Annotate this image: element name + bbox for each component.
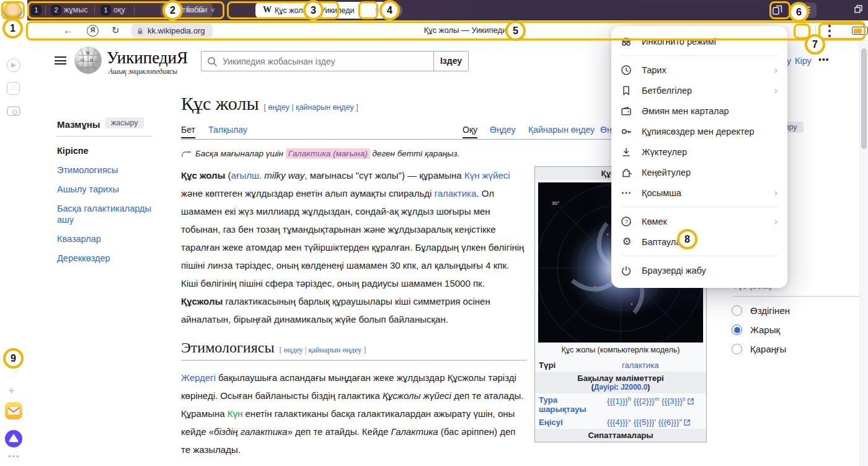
infobox-label-link[interactable]: Тура шарықтауы	[539, 395, 598, 414]
svg-text:30°: 30°	[552, 200, 559, 206]
wiki-tagline: Ашық энциклопедиясы	[108, 68, 177, 75]
search-button[interactable]: Іздеу	[433, 52, 468, 71]
toc-item[interactable]: Этимологиясы	[57, 164, 175, 176]
wiki-menu-icon[interactable]	[55, 56, 66, 65]
chevron-right-icon: ›	[774, 65, 777, 76]
tab-group-count: 1	[164, 5, 175, 16]
toc-item[interactable]: Ашылу тарихы	[57, 184, 175, 195]
group-separator	[94, 6, 95, 15]
toc-item[interactable]: Квазарлар	[57, 233, 175, 244]
reload-icon[interactable]: ↻	[112, 25, 120, 36]
epoch-line[interactable]: (Дәуірі: J2000.0)	[538, 383, 704, 392]
address-bar-page-title[interactable]: Құс жолы — Уикипедия	[325, 25, 610, 35]
toc-hide-button[interactable]: жасыру	[105, 117, 144, 128]
chevron-right-icon: ›	[774, 216, 777, 227]
menu-item-incognito[interactable]: Инкогнито режимі	[611, 31, 787, 52]
tab-talk[interactable]: Талқылау	[208, 125, 247, 135]
radio-option[interactable]: Өздігінен	[718, 305, 861, 316]
tab-group-count[interactable]: 2	[51, 5, 61, 16]
infobox-value-link[interactable]: галактика	[598, 361, 702, 370]
page-scrollbar[interactable]	[859, 41, 868, 466]
radio-option[interactable]: Қараңғы	[718, 344, 861, 355]
restore-window-icon[interactable]	[853, 4, 864, 14]
tab-strip: 1 2 жұмыс 1 оқу 1 отбасы хобби ˅ W Құс ж…	[27, 0, 868, 20]
sidebar-more-icon[interactable]: •••	[8, 452, 20, 461]
chevron-down-icon[interactable]: ˅	[211, 6, 215, 14]
toc-item[interactable]: Дереккөздер	[57, 253, 175, 264]
tab-read[interactable]: Оқу	[463, 125, 477, 138]
menu-item-downloads[interactable]: Жүктеулер	[611, 141, 787, 162]
menu-item-history[interactable]: Тарих›	[611, 60, 787, 80]
tab-counter-badge[interactable]: 7	[7, 82, 20, 95]
wikipedia-globe-logo[interactable]: W Ω И	[73, 45, 103, 75]
tab-page[interactable]: Бет	[181, 125, 195, 138]
alice-assistant-icon[interactable]	[5, 430, 22, 447]
title-edit-links[interactable]: [ өңдеу | қайнарын өңдеу ]	[264, 103, 358, 112]
side-panel-icon[interactable]	[771, 4, 784, 16]
incognito-mask-icon	[620, 35, 634, 48]
menu-item-extensions[interactable]: Кеңейтулер	[611, 162, 787, 182]
active-tab[interactable]: W Құс жолы — Уикипедия ×	[255, 2, 387, 19]
tab-group-label[interactable]: хобби	[186, 6, 207, 14]
section-edit-links[interactable]: [ өңдеу | қайнарын өңдеу ]	[280, 346, 366, 354]
tab-group-label[interactable]: жұмыс	[64, 6, 87, 14]
toc-item[interactable]: Кіріспе	[57, 145, 175, 156]
menu-item-close-browser[interactable]: Браузерді жабу	[611, 260, 787, 280]
profile-avatar[interactable]	[3, 1, 22, 20]
external-link-icon[interactable]	[684, 419, 690, 426]
dec-value[interactable]: {{{4}}}° {{{5}}}' {{{6}}}"	[607, 418, 682, 427]
tab-group-count[interactable]: 1	[31, 5, 42, 16]
radio-icon[interactable]	[732, 344, 742, 354]
battery-saver-icon[interactable]	[852, 27, 868, 35]
yandex-home-icon[interactable]: Я	[87, 25, 99, 37]
article: Құс жолы[ өңдеу | қайнарын өңдеу ] Бет Т…	[181, 93, 527, 466]
menu-item-settings[interactable]: ⚙ Баптаулар	[611, 231, 787, 252]
radio-option[interactable]: Жарық	[718, 325, 861, 336]
radio-icon[interactable]	[732, 305, 742, 316]
tab-group-label[interactable]: оқу	[113, 6, 125, 14]
wiki-search-box[interactable]: Уикипедия жобасынан іздеу Іздеу	[201, 51, 469, 71]
screenshot-icon[interactable]	[7, 105, 20, 117]
browser-menu-button[interactable]: ☰	[798, 2, 817, 18]
infobox-caption: Құс жолы (компьютерлік модель)	[535, 343, 706, 359]
scrollbar-thumb[interactable]	[861, 48, 867, 149]
wiki-wordmark[interactable]: УикипедиЯ	[107, 48, 188, 68]
tab-group-count[interactable]: 1	[100, 5, 111, 16]
toc-item[interactable]: Басқа галактикаларды ашу	[57, 203, 162, 225]
menu-item-bookmarks[interactable]: Бетбелгілер›	[611, 80, 787, 101]
ellipsis-icon	[620, 187, 634, 199]
wiki-more-icon[interactable]: •••	[818, 55, 830, 65]
menu-item-passwords[interactable]: Құпиясөздер мен деректер	[611, 121, 787, 141]
hatnote-text[interactable]: Басқа мағыналар үшін Галактика (мағына) …	[195, 148, 459, 159]
ra-value[interactable]: {{{1}}}h {{{2}}}m {{{3}}}s	[607, 397, 686, 406]
yandex-mail-icon[interactable]	[5, 402, 22, 419]
browser-menu: Инкогнито режимі Тарих› Бетбелгілер› Әми…	[611, 26, 787, 288]
toolbar-separator	[815, 25, 816, 36]
paragraph-1: Құс жолы (ағылш. milky way, мағынасы "сү…	[181, 166, 527, 328]
browser-sidebar: ▶ 7 + •••	[0, 0, 27, 466]
help-icon: ?	[620, 215, 634, 228]
tab-close-icon[interactable]: ×	[374, 6, 379, 15]
new-tab-button[interactable]: +	[389, 4, 402, 17]
menu-item-wallet[interactable]: Әмиян мен карталар	[611, 101, 787, 121]
url-field[interactable]: kk.wikipedia.org	[131, 24, 213, 38]
toc-title: Мазмұны	[57, 119, 100, 130]
sidebar-add-icon[interactable]: +	[8, 384, 15, 398]
radio-icon-selected[interactable]	[732, 325, 742, 335]
svg-text:И: И	[90, 58, 93, 63]
video-player-icon[interactable]: ▶	[7, 58, 20, 72]
download-icon	[620, 146, 634, 158]
external-link-icon[interactable]	[688, 398, 694, 405]
sidebar-divider	[7, 426, 20, 426]
tab-edit[interactable]: Өңдеу	[490, 125, 515, 135]
power-icon	[620, 264, 634, 277]
lock-icon	[136, 27, 144, 35]
menu-item-help[interactable]: ? Көмек›	[611, 211, 787, 231]
infobox-label-link[interactable]: Еңісуі	[539, 418, 598, 427]
tab-edit-source[interactable]: Қайнарын өңдеу	[528, 125, 595, 135]
back-icon[interactable]: ←	[63, 25, 73, 35]
menu-item-more[interactable]: Қосымша›	[611, 182, 787, 203]
login-link[interactable]: Кіру	[795, 56, 812, 66]
extensions-more-icon[interactable]: •••	[826, 24, 833, 38]
gear-icon: ⚙	[620, 236, 634, 248]
